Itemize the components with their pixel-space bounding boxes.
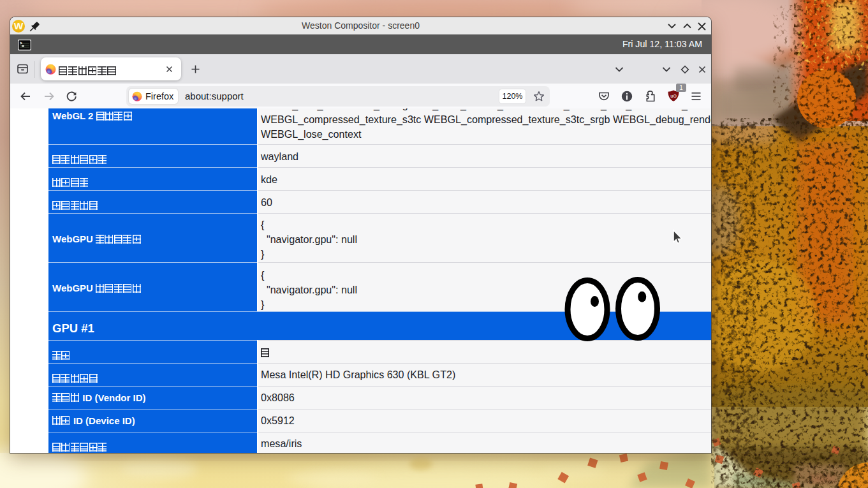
svg-text:>: > xyxy=(20,41,22,46)
svg-text:uO: uO xyxy=(670,94,677,98)
svg-text:W: W xyxy=(14,20,24,31)
